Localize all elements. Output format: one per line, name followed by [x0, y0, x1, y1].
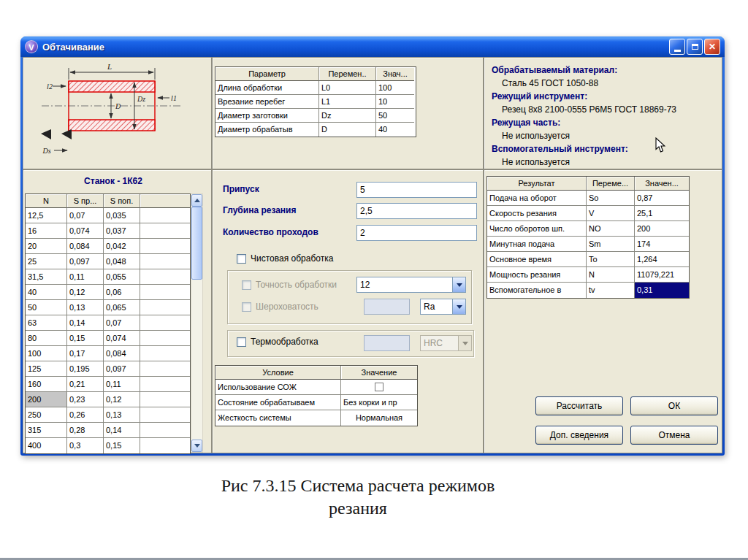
machine-table-row[interactable]: 100 0,17 0,084: [26, 346, 190, 361]
long-feed-cell[interactable]: 0,11: [67, 269, 104, 285]
cross-feed-cell[interactable]: 0,048: [104, 254, 140, 269]
parameter-row[interactable]: Диаметр заготовки Dz 50: [215, 109, 416, 123]
scroll-up-button[interactable]: [191, 194, 202, 207]
result-value-cell[interactable]: 1,264: [635, 252, 689, 267]
rpm-cell[interactable]: 40: [26, 285, 67, 300]
cross-feed-cell[interactable]: 0,035: [104, 208, 140, 223]
cross-feed-cell[interactable]: 0,14: [104, 423, 140, 438]
parameter-value-cell[interactable]: 100: [376, 81, 414, 95]
parameter-value-cell[interactable]: 40: [376, 123, 414, 137]
cross-feed-cell[interactable]: 0,07: [104, 315, 140, 331]
machine-table-scrollbar[interactable]: [191, 193, 203, 453]
cross-feed-cell[interactable]: 0,055: [104, 269, 140, 285]
long-feed-cell[interactable]: 0,15: [67, 331, 104, 346]
long-feed-cell[interactable]: 0,12: [67, 285, 104, 300]
cross-feed-cell[interactable]: 0,042: [104, 239, 140, 254]
rpm-cell[interactable]: 12,5: [26, 208, 67, 223]
condition-value-cell[interactable]: Нормальная: [341, 410, 417, 426]
result-row[interactable]: Скорость резания V 25,1: [487, 206, 689, 221]
parameter-value-cell[interactable]: 50: [376, 109, 414, 123]
cross-feed-cell[interactable]: 0,13: [104, 407, 140, 423]
minimize-button[interactable]: [669, 39, 685, 55]
machine-table-row[interactable]: 250 0,26 0,13: [26, 407, 190, 423]
window-icon[interactable]: V: [25, 40, 38, 53]
coolant-checkbox[interactable]: [375, 383, 383, 391]
cross-feed-cell[interactable]: 0,097: [104, 361, 140, 377]
machine-table-row[interactable]: 125 0,195 0,097: [26, 361, 190, 377]
condition-value-cell[interactable]: [341, 380, 417, 395]
result-value-cell[interactable]: 25,1: [635, 206, 689, 221]
rpm-cell[interactable]: 100: [26, 346, 67, 361]
cross-feed-cell[interactable]: 0,11: [104, 377, 140, 392]
long-feed-cell[interactable]: 0,074: [67, 223, 104, 239]
rpm-cell[interactable]: 25: [26, 254, 67, 269]
cross-feed-cell[interactable]: 0,037: [104, 223, 140, 239]
long-feed-cell[interactable]: 0,21: [67, 377, 104, 392]
maximize-button[interactable]: [687, 39, 703, 55]
long-feed-cell[interactable]: 0,13: [67, 300, 104, 315]
rpm-cell[interactable]: 80: [26, 331, 67, 346]
long-feed-cell[interactable]: 0,084: [67, 239, 104, 254]
machine-table-row[interactable]: 63 0,14 0,07: [26, 315, 190, 331]
rpm-cell[interactable]: 200: [26, 392, 67, 407]
heat-treatment-checkbox[interactable]: [237, 337, 246, 347]
result-value-cell[interactable]: 0,87: [635, 191, 689, 206]
cross-feed-cell[interactable]: 0,12: [104, 392, 140, 407]
cross-feed-cell[interactable]: 0,15: [104, 438, 140, 453]
rpm-cell[interactable]: 63: [26, 315, 67, 331]
cross-feed-cell[interactable]: 0,074: [104, 331, 140, 346]
rpm-cell[interactable]: 315: [26, 423, 67, 438]
long-feed-cell[interactable]: 0,14: [67, 315, 104, 331]
cut-depth-input[interactable]: [356, 203, 477, 219]
long-feed-cell[interactable]: 0,26: [67, 407, 104, 423]
long-feed-cell[interactable]: 0,07: [67, 208, 104, 223]
calculate-button[interactable]: Рассчитать: [535, 396, 623, 415]
titlebar[interactable]: V Обтачивание ✕: [20, 37, 725, 57]
result-value-cell[interactable]: 0,31: [635, 283, 689, 298]
rpm-cell[interactable]: 16: [26, 223, 67, 239]
machine-table-row[interactable]: 25 0,097 0,048: [26, 254, 190, 269]
long-feed-cell[interactable]: 0,23: [67, 392, 104, 407]
parameter-row[interactable]: Длина обработки L0 100: [215, 81, 416, 95]
passes-input[interactable]: [356, 225, 477, 241]
scrollbar-thumb[interactable]: [191, 207, 202, 280]
condition-row[interactable]: Жесткость системы Нормальная: [215, 410, 417, 426]
machine-table-row[interactable]: 80 0,15 0,074: [26, 331, 190, 346]
roughness-dropdown-button[interactable]: [452, 299, 465, 314]
rpm-cell[interactable]: 31,5: [26, 269, 67, 285]
long-feed-cell[interactable]: 0,17: [67, 346, 104, 361]
machine-table-row[interactable]: 31,5 0,11 0,055: [26, 269, 190, 285]
result-row[interactable]: Минутная подача Sm 174: [487, 237, 689, 252]
machine-table-row[interactable]: 40 0,12 0,06: [26, 285, 190, 300]
machine-table-row[interactable]: 16 0,074 0,037: [26, 223, 190, 239]
result-row[interactable]: Число оборотов шп. NO 200: [487, 221, 689, 237]
rpm-cell[interactable]: 125: [26, 361, 67, 377]
finishing-checkbox[interactable]: [237, 254, 246, 264]
long-feed-cell[interactable]: 0,28: [67, 423, 104, 438]
roughness-unit-combobox[interactable]: Ra: [420, 299, 466, 315]
result-value-cell[interactable]: 200: [635, 221, 689, 237]
machine-table-row[interactable]: 400 0,3 0,15: [26, 438, 190, 453]
result-row[interactable]: Основное время To 1,264: [487, 252, 689, 267]
machine-table-row[interactable]: 160 0,21 0,11: [26, 377, 190, 392]
parameter-row[interactable]: Врезание перебег L1 10: [215, 95, 416, 109]
condition-row[interactable]: Состояние обрабатываем Без корки и пр: [215, 395, 417, 410]
rpm-cell[interactable]: 160: [26, 377, 67, 392]
cross-feed-cell[interactable]: 0,065: [104, 300, 140, 315]
rpm-cell[interactable]: 250: [26, 407, 67, 423]
machine-table-row[interactable]: 20 0,084 0,042: [26, 239, 190, 254]
long-feed-cell[interactable]: 0,195: [67, 361, 104, 377]
cross-feed-cell[interactable]: 0,084: [104, 346, 140, 361]
long-feed-cell[interactable]: 0,097: [67, 254, 104, 269]
machine-table-row[interactable]: 315 0,28 0,14: [26, 423, 190, 438]
close-button[interactable]: ✕: [704, 39, 720, 55]
machine-table-row[interactable]: 50 0,13 0,065: [26, 300, 190, 315]
rpm-cell[interactable]: 50: [26, 300, 67, 315]
machine-table-row[interactable]: 200 0,23 0,12: [26, 392, 190, 407]
rpm-cell[interactable]: 400: [26, 438, 67, 453]
result-row[interactable]: Мощность резания N 11079,221: [487, 267, 689, 283]
long-feed-cell[interactable]: 0,3: [67, 438, 104, 453]
result-value-cell[interactable]: 11079,221: [635, 267, 689, 283]
cross-feed-cell[interactable]: 0,06: [104, 285, 140, 300]
scroll-down-button[interactable]: [191, 440, 202, 452]
